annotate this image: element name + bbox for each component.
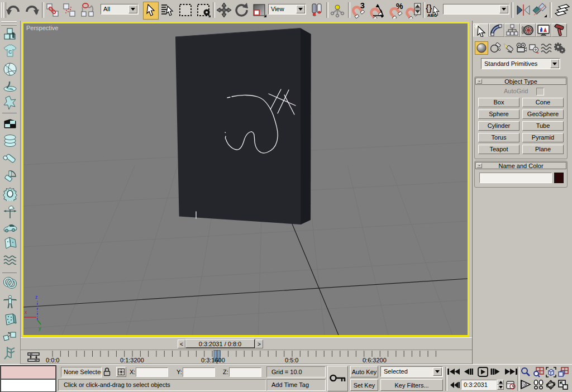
svg-text:ABC: ABC (427, 13, 437, 18)
svg-text:{}: {} (426, 3, 432, 13)
svg-text:x: x (25, 309, 27, 315)
svg-text:y: y (39, 326, 41, 331)
svg-text:C: C (8, 49, 12, 55)
svg-text:z: z (35, 294, 38, 300)
svg-text:%: % (396, 2, 403, 11)
svg-text:3: 3 (360, 2, 365, 10)
